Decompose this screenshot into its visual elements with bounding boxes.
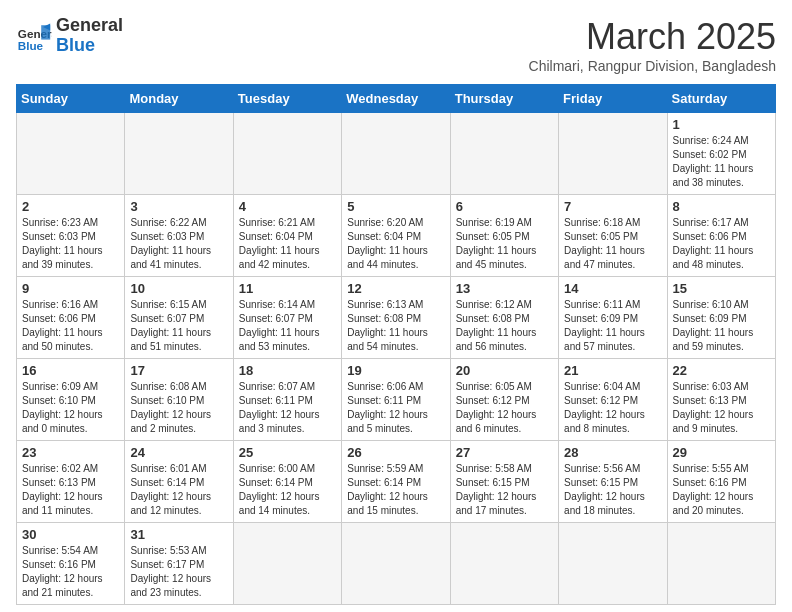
day-number: 13 bbox=[456, 281, 553, 296]
day-info: Sunrise: 6:23 AM Sunset: 6:03 PM Dayligh… bbox=[22, 216, 119, 272]
day-number: 22 bbox=[673, 363, 770, 378]
calendar-cell bbox=[233, 523, 341, 605]
day-info: Sunrise: 6:20 AM Sunset: 6:04 PM Dayligh… bbox=[347, 216, 444, 272]
weekday-header-saturday: Saturday bbox=[667, 85, 775, 113]
calendar-cell bbox=[450, 523, 558, 605]
day-number: 2 bbox=[22, 199, 119, 214]
day-info: Sunrise: 5:56 AM Sunset: 6:15 PM Dayligh… bbox=[564, 462, 661, 518]
calendar-cell: 24Sunrise: 6:01 AM Sunset: 6:14 PM Dayli… bbox=[125, 441, 233, 523]
calendar-cell: 7Sunrise: 6:18 AM Sunset: 6:05 PM Daylig… bbox=[559, 195, 667, 277]
day-number: 30 bbox=[22, 527, 119, 542]
calendar-week-1: 1Sunrise: 6:24 AM Sunset: 6:02 PM Daylig… bbox=[17, 113, 776, 195]
day-number: 25 bbox=[239, 445, 336, 460]
calendar-cell: 11Sunrise: 6:14 AM Sunset: 6:07 PM Dayli… bbox=[233, 277, 341, 359]
day-info: Sunrise: 6:18 AM Sunset: 6:05 PM Dayligh… bbox=[564, 216, 661, 272]
day-number: 17 bbox=[130, 363, 227, 378]
day-number: 8 bbox=[673, 199, 770, 214]
logo-general-text: General bbox=[56, 16, 123, 36]
calendar-cell bbox=[559, 523, 667, 605]
title-area: March 2025 Chilmari, Rangpur Division, B… bbox=[529, 16, 776, 74]
calendar-cell: 18Sunrise: 6:07 AM Sunset: 6:11 PM Dayli… bbox=[233, 359, 341, 441]
weekday-header-friday: Friday bbox=[559, 85, 667, 113]
day-number: 26 bbox=[347, 445, 444, 460]
month-title: March 2025 bbox=[529, 16, 776, 58]
day-number: 24 bbox=[130, 445, 227, 460]
day-number: 16 bbox=[22, 363, 119, 378]
day-info: Sunrise: 6:19 AM Sunset: 6:05 PM Dayligh… bbox=[456, 216, 553, 272]
calendar-cell: 16Sunrise: 6:09 AM Sunset: 6:10 PM Dayli… bbox=[17, 359, 125, 441]
calendar-cell: 13Sunrise: 6:12 AM Sunset: 6:08 PM Dayli… bbox=[450, 277, 558, 359]
day-info: Sunrise: 6:24 AM Sunset: 6:02 PM Dayligh… bbox=[673, 134, 770, 190]
day-info: Sunrise: 5:53 AM Sunset: 6:17 PM Dayligh… bbox=[130, 544, 227, 600]
calendar-cell: 1Sunrise: 6:24 AM Sunset: 6:02 PM Daylig… bbox=[667, 113, 775, 195]
calendar-week-6: 30Sunrise: 5:54 AM Sunset: 6:16 PM Dayli… bbox=[17, 523, 776, 605]
day-info: Sunrise: 6:04 AM Sunset: 6:12 PM Dayligh… bbox=[564, 380, 661, 436]
day-info: Sunrise: 6:00 AM Sunset: 6:14 PM Dayligh… bbox=[239, 462, 336, 518]
calendar-cell bbox=[450, 113, 558, 195]
day-number: 18 bbox=[239, 363, 336, 378]
calendar-cell: 10Sunrise: 6:15 AM Sunset: 6:07 PM Dayli… bbox=[125, 277, 233, 359]
day-number: 11 bbox=[239, 281, 336, 296]
day-info: Sunrise: 6:17 AM Sunset: 6:06 PM Dayligh… bbox=[673, 216, 770, 272]
calendar-cell: 29Sunrise: 5:55 AM Sunset: 6:16 PM Dayli… bbox=[667, 441, 775, 523]
day-info: Sunrise: 6:15 AM Sunset: 6:07 PM Dayligh… bbox=[130, 298, 227, 354]
day-info: Sunrise: 6:13 AM Sunset: 6:08 PM Dayligh… bbox=[347, 298, 444, 354]
day-info: Sunrise: 6:06 AM Sunset: 6:11 PM Dayligh… bbox=[347, 380, 444, 436]
day-info: Sunrise: 6:07 AM Sunset: 6:11 PM Dayligh… bbox=[239, 380, 336, 436]
page-header: General Blue General Blue March 2025 Chi… bbox=[16, 16, 776, 74]
day-info: Sunrise: 5:55 AM Sunset: 6:16 PM Dayligh… bbox=[673, 462, 770, 518]
calendar-cell: 31Sunrise: 5:53 AM Sunset: 6:17 PM Dayli… bbox=[125, 523, 233, 605]
day-number: 23 bbox=[22, 445, 119, 460]
calendar-cell: 8Sunrise: 6:17 AM Sunset: 6:06 PM Daylig… bbox=[667, 195, 775, 277]
calendar-cell bbox=[559, 113, 667, 195]
calendar-cell: 9Sunrise: 6:16 AM Sunset: 6:06 PM Daylig… bbox=[17, 277, 125, 359]
day-info: Sunrise: 6:14 AM Sunset: 6:07 PM Dayligh… bbox=[239, 298, 336, 354]
weekday-header-tuesday: Tuesday bbox=[233, 85, 341, 113]
calendar-cell: 6Sunrise: 6:19 AM Sunset: 6:05 PM Daylig… bbox=[450, 195, 558, 277]
calendar-cell bbox=[125, 113, 233, 195]
calendar-week-3: 9Sunrise: 6:16 AM Sunset: 6:06 PM Daylig… bbox=[17, 277, 776, 359]
calendar-week-4: 16Sunrise: 6:09 AM Sunset: 6:10 PM Dayli… bbox=[17, 359, 776, 441]
day-number: 9 bbox=[22, 281, 119, 296]
calendar-cell: 21Sunrise: 6:04 AM Sunset: 6:12 PM Dayli… bbox=[559, 359, 667, 441]
calendar-cell: 2Sunrise: 6:23 AM Sunset: 6:03 PM Daylig… bbox=[17, 195, 125, 277]
logo-icon: General Blue bbox=[16, 18, 52, 54]
day-number: 31 bbox=[130, 527, 227, 542]
day-info: Sunrise: 6:05 AM Sunset: 6:12 PM Dayligh… bbox=[456, 380, 553, 436]
day-info: Sunrise: 6:02 AM Sunset: 6:13 PM Dayligh… bbox=[22, 462, 119, 518]
day-number: 15 bbox=[673, 281, 770, 296]
day-info: Sunrise: 6:12 AM Sunset: 6:08 PM Dayligh… bbox=[456, 298, 553, 354]
calendar-cell: 23Sunrise: 6:02 AM Sunset: 6:13 PM Dayli… bbox=[17, 441, 125, 523]
day-number: 27 bbox=[456, 445, 553, 460]
svg-text:Blue: Blue bbox=[18, 39, 44, 52]
day-number: 14 bbox=[564, 281, 661, 296]
day-info: Sunrise: 6:09 AM Sunset: 6:10 PM Dayligh… bbox=[22, 380, 119, 436]
calendar-table: SundayMondayTuesdayWednesdayThursdayFrid… bbox=[16, 84, 776, 605]
calendar-cell: 30Sunrise: 5:54 AM Sunset: 6:16 PM Dayli… bbox=[17, 523, 125, 605]
day-number: 12 bbox=[347, 281, 444, 296]
day-number: 6 bbox=[456, 199, 553, 214]
calendar-cell bbox=[342, 523, 450, 605]
day-info: Sunrise: 6:11 AM Sunset: 6:09 PM Dayligh… bbox=[564, 298, 661, 354]
logo-blue-text: Blue bbox=[56, 36, 123, 56]
location-title: Chilmari, Rangpur Division, Bangladesh bbox=[529, 58, 776, 74]
calendar-cell: 27Sunrise: 5:58 AM Sunset: 6:15 PM Dayli… bbox=[450, 441, 558, 523]
weekday-header-wednesday: Wednesday bbox=[342, 85, 450, 113]
day-number: 21 bbox=[564, 363, 661, 378]
day-number: 29 bbox=[673, 445, 770, 460]
calendar-cell: 5Sunrise: 6:20 AM Sunset: 6:04 PM Daylig… bbox=[342, 195, 450, 277]
calendar-cell: 20Sunrise: 6:05 AM Sunset: 6:12 PM Dayli… bbox=[450, 359, 558, 441]
calendar-cell: 15Sunrise: 6:10 AM Sunset: 6:09 PM Dayli… bbox=[667, 277, 775, 359]
day-info: Sunrise: 5:58 AM Sunset: 6:15 PM Dayligh… bbox=[456, 462, 553, 518]
weekday-header-monday: Monday bbox=[125, 85, 233, 113]
calendar-cell: 3Sunrise: 6:22 AM Sunset: 6:03 PM Daylig… bbox=[125, 195, 233, 277]
day-info: Sunrise: 5:59 AM Sunset: 6:14 PM Dayligh… bbox=[347, 462, 444, 518]
calendar-cell bbox=[233, 113, 341, 195]
calendar-week-2: 2Sunrise: 6:23 AM Sunset: 6:03 PM Daylig… bbox=[17, 195, 776, 277]
calendar-cell: 19Sunrise: 6:06 AM Sunset: 6:11 PM Dayli… bbox=[342, 359, 450, 441]
calendar-cell: 28Sunrise: 5:56 AM Sunset: 6:15 PM Dayli… bbox=[559, 441, 667, 523]
logo: General Blue General Blue bbox=[16, 16, 123, 56]
day-info: Sunrise: 6:10 AM Sunset: 6:09 PM Dayligh… bbox=[673, 298, 770, 354]
calendar-cell: 22Sunrise: 6:03 AM Sunset: 6:13 PM Dayli… bbox=[667, 359, 775, 441]
day-number: 3 bbox=[130, 199, 227, 214]
